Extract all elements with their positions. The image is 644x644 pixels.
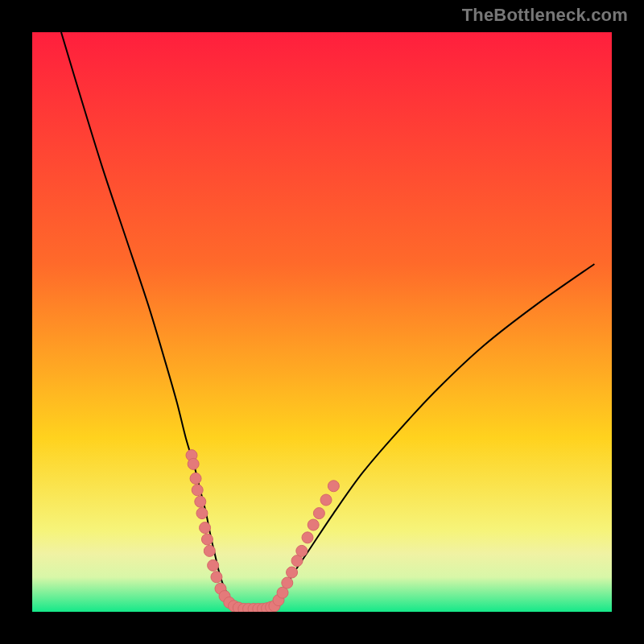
svg-point-28 <box>287 567 298 578</box>
svg-point-2 <box>188 458 199 469</box>
svg-point-6 <box>196 508 208 519</box>
svg-point-30 <box>296 545 308 556</box>
svg-point-31 <box>302 532 313 543</box>
svg-point-9 <box>204 545 215 556</box>
svg-point-27 <box>282 577 293 588</box>
svg-point-32 <box>308 519 319 530</box>
svg-point-35 <box>328 481 339 492</box>
svg-point-5 <box>195 496 206 507</box>
chart-frame: TheBottleneck.com <box>0 0 644 644</box>
svg-point-11 <box>211 572 222 583</box>
plot-area <box>32 32 612 612</box>
marker-cluster <box>186 450 339 612</box>
svg-point-4 <box>192 485 203 496</box>
curve-layer <box>32 32 612 612</box>
svg-point-7 <box>200 522 211 534</box>
svg-point-3 <box>190 473 201 484</box>
svg-point-34 <box>320 494 332 506</box>
svg-point-10 <box>208 559 219 571</box>
watermark-text: TheBottleneck.com <box>462 5 628 26</box>
bottleneck-curve <box>61 32 594 609</box>
svg-point-33 <box>313 508 324 519</box>
svg-point-8 <box>201 534 213 545</box>
